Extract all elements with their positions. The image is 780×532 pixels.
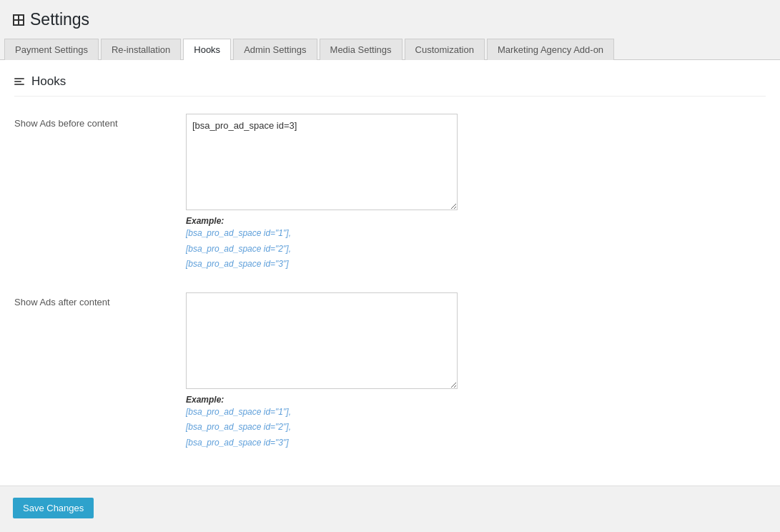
hooks-icon (14, 78, 26, 85)
svg-rect-2 (14, 21, 18, 24)
svg-rect-3 (19, 21, 23, 24)
svg-rect-0 (14, 16, 18, 19)
after-content-example-line-1: [bsa_pro_ad_space id="1"], (186, 405, 766, 420)
after-content-textarea[interactable] (186, 292, 458, 389)
tab-marketing-agency[interactable]: Marketing Agency Add-on (487, 39, 614, 60)
tab-admin-settings[interactable]: Admin Settings (233, 39, 317, 60)
settings-icon (13, 14, 24, 26)
save-changes-button[interactable]: Save Changes (13, 498, 94, 518)
before-content-label: Show Ads before content (14, 114, 186, 129)
section-title: Hooks (31, 74, 66, 89)
tab-payment-settings[interactable]: Payment Settings (4, 39, 99, 60)
main-content: Hooks Show Ads before content Example: [… (0, 60, 780, 486)
before-content-example-line-1: [bsa_pro_ad_space id="1"], (186, 226, 766, 242)
tab-media-settings[interactable]: Media Settings (320, 39, 403, 60)
before-content-example-line-3: [bsa_pro_ad_space id="3"] (186, 257, 766, 272)
page-footer: Save Changes (0, 486, 780, 530)
before-content-example: Example: [bsa_pro_ad_space id="1"], [bsa… (186, 216, 766, 272)
after-content-example: Example: [bsa_pro_ad_space id="1"], [bsa… (186, 395, 766, 451)
page-title: Settings (30, 10, 89, 29)
page-header: Settings (0, 0, 780, 29)
after-content-row: Show Ads after content Example: [bsa_pro… (14, 292, 766, 451)
before-content-textarea[interactable] (186, 114, 458, 210)
tab-customization[interactable]: Customization (405, 39, 485, 60)
before-content-field: Example: [bsa_pro_ad_space id="1"], [bsa… (186, 114, 766, 272)
tabs-container: Payment Settings Re-installation Hooks A… (0, 29, 780, 60)
after-content-example-line-3: [bsa_pro_ad_space id="3"] (186, 435, 766, 451)
after-content-field: Example: [bsa_pro_ad_space id="1"], [bsa… (186, 292, 766, 451)
before-content-row: Show Ads before content Example: [bsa_pr… (14, 114, 766, 272)
tab-reinstallation[interactable]: Re-installation (101, 39, 181, 60)
svg-rect-1 (19, 16, 23, 19)
after-content-label: Show Ads after content (14, 292, 186, 307)
tab-hooks[interactable]: Hooks (183, 39, 231, 60)
after-content-example-line-2: [bsa_pro_ad_space id="2"], (186, 420, 766, 435)
before-content-example-line-2: [bsa_pro_ad_space id="2"], (186, 242, 766, 257)
after-content-example-label: Example: (186, 395, 224, 405)
section-header: Hooks (14, 74, 766, 97)
before-content-example-label: Example: (186, 216, 224, 226)
